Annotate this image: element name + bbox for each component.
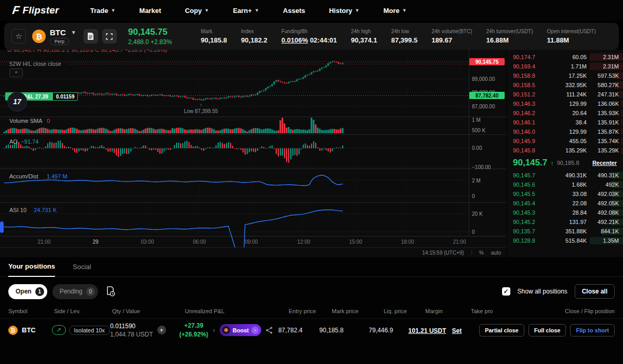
btc-coin-icon-small: ₿ [8, 326, 18, 335]
chevron-down-icon: ▼ [254, 8, 259, 13]
order-book-ask-row[interactable]: 90,145.8135.29K135.29K [507, 146, 623, 155]
svg-text:29: 29 [92, 239, 99, 245]
svg-text:18:00: 18:00 [401, 239, 414, 245]
order-book-ask-row[interactable]: 90,146.0129.99135.87K [507, 127, 623, 136]
share-nodes-icon [266, 327, 273, 334]
position-symbol: BTC [22, 326, 36, 334]
col-header-liq-price: Liq. price [384, 308, 425, 314]
svg-text:06:00: 06:00 [193, 239, 206, 245]
full-close-button[interactable]: Full close [529, 324, 566, 337]
order-book-ask-row[interactable]: 90,146.220.64135.93K [507, 108, 623, 118]
order-book-bid-row[interactable]: 90,145.533.08492.03K [507, 189, 623, 199]
order-book-ask-row[interactable]: 90,146.138.4135.91K [507, 118, 623, 127]
order-book-ask-row[interactable]: 90,158.5332.95K580.27K [507, 80, 623, 90]
stat-open-interest-usdt-: Open interest(USDT)11.88M [547, 29, 596, 44]
position-qty: 0.011590 [110, 323, 153, 330]
order-book-ask-row[interactable]: 90,158.817.25K597.53K [507, 71, 623, 80]
order-book-bid-row[interactable]: 90,145.7490.31K490.31K [507, 171, 623, 180]
order-book-bid-row[interactable]: 90,145.422.08492.05K [507, 199, 623, 208]
add-margin-button[interactable]: + [157, 326, 166, 334]
order-book-bid-row[interactable]: 90,145.2131.97492.21K [507, 217, 623, 227]
flipster-logo[interactable]: F Flipster [12, 4, 59, 17]
tradingview-logo[interactable]: 17 [7, 92, 27, 111]
nav-item-assets[interactable]: Assets [283, 7, 305, 15]
favorite-star-button[interactable]: ☆ [11, 29, 26, 44]
svg-text:Low 87,399.55: Low 87,399.55 [184, 108, 218, 114]
open-filter-label: Open [16, 288, 32, 295]
order-book-bid-row[interactable]: 90,145.61.68K492K [507, 180, 623, 189]
svg-text:12:00: 12:00 [297, 239, 310, 245]
pnl-details-chevron[interactable]: › [213, 327, 215, 334]
share-position-button[interactable] [266, 327, 273, 334]
close-all-button[interactable]: Close all [575, 284, 615, 299]
position-qty-label: 0.01159 [52, 92, 78, 101]
boost-label: Boost [233, 327, 249, 333]
collapse-legend-button[interactable]: ^ [9, 68, 23, 77]
order-book-bid-row[interactable]: 90,128.8515.84K1.35M [507, 236, 623, 245]
order-book-ask-row[interactable]: 90,174.760.052.31M [507, 52, 623, 62]
svg-text:ASI 10: ASI 10 [9, 207, 26, 213]
tab-social[interactable]: Social [73, 263, 91, 276]
pending-orders-filter[interactable]: Pending 0 [52, 284, 98, 299]
price-chart[interactable]: 52W H/L close closeVolume SMA0AO−91.74Ac… [0, 50, 506, 257]
nav-item-earn[interactable]: Earn+▼ [233, 7, 259, 15]
flip-to-short-button[interactable]: Flip to short [570, 324, 615, 337]
order-book-ask-row[interactable]: 90,151.2111.24K247.31K [507, 90, 623, 99]
show-all-positions-checkbox[interactable]: ✓ [502, 287, 510, 296]
nav-item-market[interactable]: Market [139, 7, 161, 15]
expand-chart-button[interactable] [102, 29, 117, 44]
long-side-badge[interactable]: ↗ [52, 325, 66, 335]
order-book-bid-row[interactable]: 90,145.328.84492.08K [507, 208, 623, 217]
svg-text:0: 0 [472, 193, 475, 199]
pending-filter-label: Pending [60, 288, 83, 295]
percent-scale-toggle[interactable]: % [479, 250, 484, 256]
margin-link[interactable]: 101.21 USDT [409, 327, 446, 334]
nav-item-trade[interactable]: Trade▼ [90, 7, 116, 15]
main-area: 52W H/L close closeVolume SMA0AO−91.74Ac… [0, 50, 623, 257]
positions-table-header: SymbolSide / Lev.Qty / ValueUnrealized P… [0, 306, 623, 318]
chart-canvas[interactable]: 52W H/L close closeVolume SMA0AO−91.74Ac… [0, 50, 506, 257]
nav-menu: Trade▼MarketCopy▼Earn+▼AssetsHistory▼Mor… [90, 7, 407, 15]
boost-flame-icon [222, 326, 230, 334]
order-book-ask-row[interactable]: 90,145.9455.05135.74K [507, 136, 623, 146]
nav-item-more[interactable]: More▼ [383, 7, 407, 15]
svg-text:52W H/L close close: 52W H/L close close [9, 61, 61, 67]
recenter-link[interactable]: Recenter [592, 160, 617, 166]
liq-price: 79,446.9 [369, 327, 408, 334]
partial-close-button[interactable]: Partial close [479, 324, 524, 337]
tab-your-positions[interactable]: Your positions [8, 262, 55, 277]
order-history-button[interactable] [105, 286, 116, 297]
auto-scale-toggle[interactable]: auto [491, 250, 501, 256]
symbol-selector[interactable]: BTC ▼ Perp [50, 28, 76, 45]
brand-name: Flipster [22, 5, 59, 16]
order-book-ask-row[interactable]: 90,146.3129.99136.06K [507, 99, 623, 108]
order-book-ask-row[interactable]: 90,169.41.71M2.31M [507, 62, 623, 71]
nav-item-history[interactable]: History▼ [329, 7, 360, 15]
chevron-down-icon: ▼ [205, 8, 209, 13]
symbol-name: BTC [50, 28, 66, 37]
star-icon: ☆ [15, 32, 22, 41]
nav-item-copy[interactable]: Copy▼ [185, 7, 209, 15]
order-book-bid-row[interactable]: 90,135.7351.88K844.1K [507, 227, 623, 236]
flipster-logo-icon: F [11, 4, 20, 17]
leverage-badge[interactable]: Isolated 10x [69, 326, 110, 335]
pending-count-badge: 0 [86, 287, 95, 296]
stat-24h-high: 24h high90,374.1 [351, 29, 377, 44]
col-header-entry-price: Entry price [289, 308, 332, 314]
svg-text:20 K: 20 K [472, 211, 483, 217]
open-positions-filter[interactable]: Open 1 [8, 284, 47, 299]
col-header-unrealized-p-l: Unrealized P&L [185, 308, 289, 314]
svg-text:AO: AO [9, 138, 18, 145]
chevron-down-icon: ▼ [111, 8, 115, 13]
mark-price-small: 90,185.8 [557, 160, 579, 166]
chevron-down-icon[interactable]: ▼ [71, 30, 76, 35]
order-book-bids: 90,145.7490.31K490.31K90,145.61.68K492K9… [507, 171, 623, 245]
col-header-qty-value: Qty / Value [112, 308, 185, 314]
chart-scroll-handle[interactable] [0, 221, 4, 233]
take-profit-set-link[interactable]: Set [452, 327, 462, 334]
contract-details-button[interactable] [84, 29, 98, 44]
boost-button[interactable]: Boost › [220, 324, 261, 336]
footer-divider [471, 250, 472, 255]
chevron-down-icon: ▼ [355, 8, 360, 13]
price-direction-up-icon: ↑ [550, 159, 554, 167]
